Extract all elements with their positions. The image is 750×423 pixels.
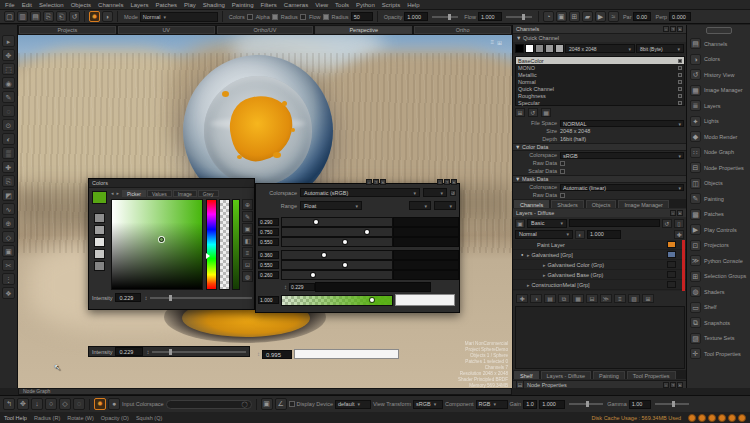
blend-amount-field[interactable]: 1.000: [587, 230, 621, 239]
property-row[interactable]: File Space NORMAL: [513, 119, 686, 127]
channel-checkbox[interactable]: [678, 80, 682, 84]
channel-swatch[interactable]: [545, 44, 554, 53]
hue-strip[interactable]: [206, 199, 217, 290]
add-group-icon[interactable]: ▤: [544, 294, 556, 303]
perp-field[interactable]: 0.000: [669, 12, 691, 21]
menu-item[interactable]: Help: [407, 2, 419, 8]
component-select[interactable]: RGB: [476, 400, 508, 409]
slider-bar[interactable]: [281, 217, 393, 227]
menu-item[interactable]: Filters: [261, 2, 277, 8]
pick-pen-icon[interactable]: ✎: [242, 211, 253, 222]
back-icon[interactable]: ↰: [3, 398, 15, 410]
symmetry-icon[interactable]: ⊞: [569, 11, 580, 22]
tool-smear[interactable]: ◐: [2, 133, 15, 145]
help-icon[interactable]: ?: [670, 382, 676, 388]
alpha-strip[interactable]: [219, 199, 230, 290]
toolbar-checkbox[interactable]: [272, 14, 278, 20]
property-value[interactable]: [560, 161, 565, 166]
intensity-slider[interactable]: [152, 351, 246, 353]
property-value[interactable]: [560, 193, 565, 198]
layer-row[interactable]: ▸ Galvanised Color (Grp): [513, 260, 686, 270]
channel-row[interactable]: Roughness: [516, 92, 684, 99]
slider-value-field[interactable]: 0.360: [258, 251, 279, 259]
spinner-icon[interactable]: ↕: [146, 349, 149, 355]
gray-swatch[interactable]: [94, 213, 105, 223]
drop-icon[interactable]: ↓: [31, 398, 43, 410]
picker-tab[interactable]: Image: [173, 190, 197, 197]
gray-swatch[interactable]: [94, 249, 105, 259]
tab-scroll-left-icon[interactable]: ◂: [111, 190, 114, 197]
menu-item[interactable]: Patches: [155, 2, 177, 8]
duplicate-layer-icon[interactable]: ⧉: [558, 294, 570, 303]
channel-swatch[interactable]: [555, 44, 564, 53]
menu-item[interactable]: Layers: [130, 2, 148, 8]
picker-tab[interactable]: Grey: [198, 190, 219, 197]
sync-channel-icon[interactable]: ↺: [528, 108, 538, 117]
diamond-brush-icon[interactable]: ◇: [59, 398, 71, 410]
palette-shelf[interactable]: ▭ Shelf: [687, 300, 750, 316]
node-properties-bar[interactable]: ⊟ Node Properties ▫ ? ✕: [513, 380, 686, 388]
copy-icon[interactable]: ⎘: [43, 11, 54, 22]
pin-icon[interactable]: ▫: [670, 210, 676, 216]
layer-row[interactable]: ● ▸ Galvanised [Grp]: [513, 250, 686, 260]
property-value[interactable]: [551, 176, 684, 183]
expand-caret-icon[interactable]: ▸: [543, 272, 546, 278]
notification-badge[interactable]: [698, 414, 706, 422]
tool-gradient[interactable]: ◩: [2, 189, 15, 201]
property-row[interactable]: Colorspace Automatic (linear): [513, 183, 686, 191]
palette-node-properties[interactable]: ⊟ Node Properties: [687, 160, 750, 176]
slider-value-field[interactable]: 0.750: [258, 228, 279, 236]
palette-layers[interactable]: ≣ Layers: [687, 98, 750, 114]
viewport-tab[interactable]: Perspective: [315, 26, 412, 34]
opacity-slider[interactable]: [432, 16, 458, 18]
help-icon[interactable]: ?: [670, 26, 676, 32]
paste-icon[interactable]: ⎗: [56, 11, 67, 22]
notification-badge[interactable]: [728, 414, 736, 422]
tool-marquee[interactable]: ⬚: [2, 63, 15, 75]
slider-knob[interactable]: [311, 273, 315, 277]
paint-tool-icon[interactable]: ✹: [89, 11, 100, 22]
current-color-swatch[interactable]: [92, 191, 107, 204]
mini-select-2[interactable]: [409, 201, 431, 210]
toolbar-checkbox[interactable]: [300, 14, 306, 20]
lut-icon[interactable]: ▣: [261, 398, 273, 410]
channels-panel-title[interactable]: Channels ▫ ? ✕: [513, 25, 686, 34]
gain-field[interactable]: 1.000: [539, 400, 565, 409]
tool-clone[interactable]: ⊙: [2, 119, 15, 131]
channel-checkbox[interactable]: [678, 66, 682, 70]
property-value[interactable]: [551, 144, 684, 151]
palette-python-console[interactable]: ≫ Python Console: [687, 253, 750, 269]
hud-toggle-icon[interactable]: ≡: [490, 39, 494, 46]
close-icon[interactable]: ✕: [677, 26, 683, 32]
tool-paint[interactable]: ◉: [2, 77, 15, 89]
slider-value-field[interactable]: 0.550: [258, 238, 279, 246]
channel-row[interactable]: BaseColor: [516, 57, 684, 64]
channel-row[interactable]: Quick Channel: [516, 85, 684, 92]
slider-knob[interactable]: [314, 220, 318, 224]
palette-strip-header[interactable]: [706, 27, 732, 34]
flow-slider[interactable]: [506, 16, 532, 18]
menu-item[interactable]: File: [5, 2, 15, 8]
ring-brush-icon[interactable]: ◌: [73, 398, 85, 410]
pick-sphere-icon[interactable]: ◍: [242, 271, 253, 282]
slider-value-field[interactable]: 0.550: [258, 261, 279, 269]
palette-play-controls[interactable]: ▶ Play Controls: [687, 222, 750, 238]
camera-icon[interactable]: ▣: [556, 11, 567, 22]
blend-mode-select[interactable]: Normal: [515, 230, 573, 239]
channel-checkbox[interactable]: [678, 101, 682, 105]
layer-row[interactable]: ▸ ConstructionMetal [Grp]: [513, 280, 686, 290]
menu-item[interactable]: Painting: [232, 2, 254, 8]
slider-knob[interactable]: [365, 230, 369, 234]
mini-select[interactable]: [423, 188, 447, 197]
share-layer-icon[interactable]: ≫: [600, 294, 612, 303]
expand-caret-icon[interactable]: ▸: [527, 252, 530, 258]
palette-lights[interactable]: ✦ Lights: [687, 114, 750, 130]
channel-row[interactable]: Normal: [516, 78, 684, 85]
channel-swatch[interactable]: [535, 44, 544, 53]
menu-item[interactable]: Selection: [39, 2, 64, 8]
palette-selection-groups[interactable]: ⊞ Selection Groups: [687, 269, 750, 285]
new-project-icon[interactable]: ▢: [4, 11, 15, 22]
dock-tab[interactable]: Image Manager: [618, 200, 669, 208]
play-icon[interactable]: ▶: [595, 11, 606, 22]
tool-warp[interactable]: ∿: [2, 203, 15, 215]
